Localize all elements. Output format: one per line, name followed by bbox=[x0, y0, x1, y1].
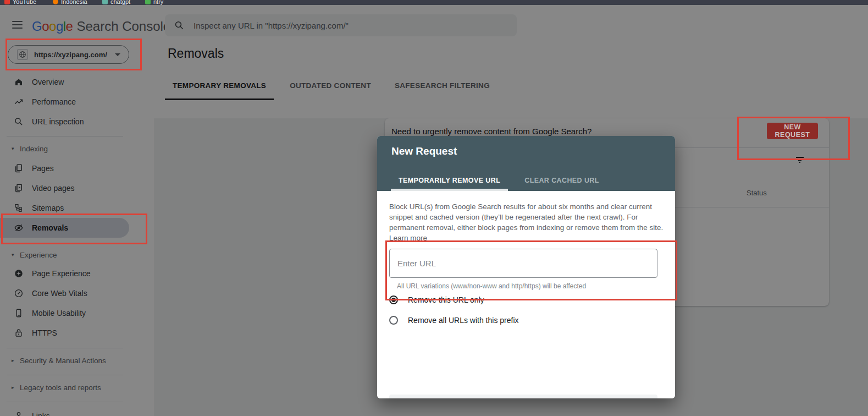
radio-remove-this-url-only[interactable]: Remove this URL only bbox=[389, 294, 484, 306]
bookmark-label: Indonesia bbox=[61, 0, 87, 5]
modal-description: Block URL(s) from Google Search results … bbox=[389, 201, 666, 243]
description-text: Block URL(s) from Google Search results … bbox=[389, 202, 663, 232]
ntry-icon bbox=[145, 0, 151, 4]
youtube-icon bbox=[4, 0, 10, 4]
modal-header: New Request TEMPORARILY REMOVE URL CLEAR… bbox=[377, 136, 675, 191]
modal-body: Block URL(s) from Google Search results … bbox=[377, 191, 675, 398]
google-search-console-page: YouTube Indonesia chatgpt ntry GoogleSea… bbox=[0, 0, 868, 416]
browser-bookmarks-bar: YouTube Indonesia chatgpt ntry bbox=[0, 0, 868, 5]
tab-temporarily-remove-url[interactable]: TEMPORARILY REMOVE URL bbox=[391, 172, 508, 191]
radio-label: Remove all URLs with this prefix bbox=[408, 316, 519, 325]
bookmark-label: YouTube bbox=[13, 0, 36, 5]
bookmark-label: ntry bbox=[153, 0, 163, 5]
radio-selected-icon bbox=[389, 295, 398, 304]
new-request-button[interactable]: NEW REQUEST bbox=[767, 123, 818, 139]
bookmark-indonesia[interactable]: Indonesia bbox=[53, 0, 87, 5]
url-input-helper-text: All URL variations (www/non-www and http… bbox=[397, 282, 586, 290]
new-request-modal: New Request TEMPORARILY REMOVE URL CLEAR… bbox=[377, 136, 675, 398]
radio-remove-all-urls-with-prefix[interactable]: Remove all URLs with this prefix bbox=[389, 314, 519, 326]
bookmark-youtube[interactable]: YouTube bbox=[4, 0, 36, 5]
bookmark-ntry[interactable]: ntry bbox=[145, 0, 163, 5]
enter-url-input[interactable] bbox=[389, 249, 657, 278]
modal-title: New Request bbox=[391, 145, 457, 157]
modal-tabs: TEMPORARILY REMOVE URL CLEAR CACHED URL bbox=[391, 172, 616, 191]
bookmark-label: chatgpt bbox=[110, 0, 130, 5]
learn-more-link[interactable]: Learn more bbox=[389, 234, 427, 242]
indonesia-icon bbox=[53, 0, 58, 4]
tab-clear-cached-url[interactable]: CLEAR CACHED URL bbox=[517, 172, 607, 191]
bookmark-chatgpt[interactable]: chatgpt bbox=[102, 0, 130, 5]
chatgpt-icon bbox=[102, 0, 108, 4]
modal-note: Removals of other URLs leading to this c… bbox=[389, 395, 657, 398]
radio-label: Remove this URL only bbox=[408, 295, 484, 304]
radio-unselected-icon bbox=[389, 316, 398, 325]
